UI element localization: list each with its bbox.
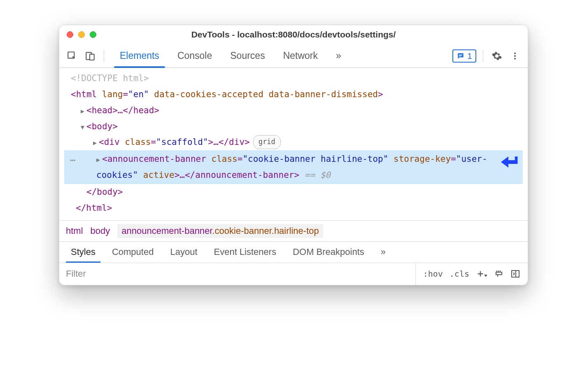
divider [483,50,483,62]
device-toolbar-icon[interactable] [83,49,97,63]
dom-body-close[interactable]: </body> [59,184,528,200]
svg-point-6 [514,55,516,56]
titlebar: DevTools - localhost:8080/docs/devtools/… [59,25,528,44]
elements-tree[interactable]: <!DOCTYPE html> <html lang="en" data-coo… [59,68,528,220]
dom-html-close[interactable]: </html> [59,200,528,216]
dom-html-open[interactable]: <html lang="en" data-cookies-accepted da… [59,86,528,103]
tabs-overflow[interactable]: » [327,44,350,68]
main-toolbar: Elements Console Sources Network » 1 [59,44,528,68]
dom-head[interactable]: ▶<head>…</head> [59,103,528,119]
tab-dom-breakpoints[interactable]: DOM Breakpoints [285,242,372,263]
svg-rect-2 [90,54,94,60]
traffic-lights [67,31,96,38]
paint-flashing-icon[interactable] [494,269,504,279]
expand-caret-icon[interactable]: ▶ [81,106,86,117]
expand-caret-icon[interactable]: ▶ [93,138,99,149]
hov-toggle[interactable]: :hov [423,269,443,279]
tab-styles[interactable]: Styles [63,242,103,263]
svg-rect-4 [459,56,461,56]
crumb-html[interactable]: html [66,226,83,236]
ellipsis-icon[interactable]: ⋯ [70,152,76,169]
close-window-button[interactable] [67,31,73,38]
inspect-element-icon[interactable] [65,49,79,63]
collapse-caret-icon[interactable]: ▼ [81,122,86,133]
console-ref: == $0 [299,170,331,180]
svg-point-5 [514,52,516,54]
window-title: DevTools - localhost:8080/docs/devtools/… [59,30,528,40]
tab-sources[interactable]: Sources [221,44,274,68]
tab-layout[interactable]: Layout [163,242,205,263]
tab-network[interactable]: Network [274,44,327,68]
tab-console[interactable]: Console [168,44,221,68]
new-style-rule-icon[interactable] [476,269,487,278]
dom-selected-node[interactable]: ⋯ ▶<announcement-banner class="cookie-ba… [64,150,523,184]
crumb-current[interactable]: announcement-banner.cookie-banner.hairli… [117,224,323,238]
issues-count: 1 [467,51,472,61]
tab-elements[interactable]: Elements [111,44,168,68]
svg-rect-3 [459,54,462,55]
filter-tools: :hov .cls [415,263,528,285]
dom-div-scaffold[interactable]: ▶<div class="scaffold">…</div>grid [59,134,528,150]
styles-tabs: Styles Computed Layout Event Listeners D… [59,241,528,263]
cls-toggle[interactable]: .cls [450,269,469,279]
dom-body-open[interactable]: ▼<body> [59,119,528,135]
devtools-window: DevTools - localhost:8080/docs/devtools/… [59,25,528,285]
issues-badge[interactable]: 1 [452,49,476,63]
filter-input[interactable] [59,263,415,285]
styles-filter-bar: :hov .cls [59,263,528,285]
annotation-arrow-icon [497,153,519,175]
crumb-body[interactable]: body [91,226,110,236]
svg-point-7 [514,58,516,59]
tab-event-listeners[interactable]: Event Listeners [207,242,284,263]
styles-tabs-overflow[interactable]: » [373,242,393,263]
zoom-window-button[interactable] [90,31,96,38]
divider [104,50,104,62]
main-tabs: Elements Console Sources Network » [111,44,350,68]
tab-computed[interactable]: Computed [105,242,161,263]
breadcrumb: html body announcement-banner.cookie-ban… [59,220,528,241]
grid-badge[interactable]: grid [253,135,281,149]
minimize-window-button[interactable] [78,31,85,38]
settings-icon[interactable] [490,49,504,63]
dom-doctype[interactable]: <!DOCTYPE html> [59,70,528,86]
expand-caret-icon[interactable]: ▶ [96,154,102,166]
chat-icon [457,52,465,60]
computed-toggle-icon[interactable] [510,269,520,279]
more-icon[interactable] [508,49,522,63]
